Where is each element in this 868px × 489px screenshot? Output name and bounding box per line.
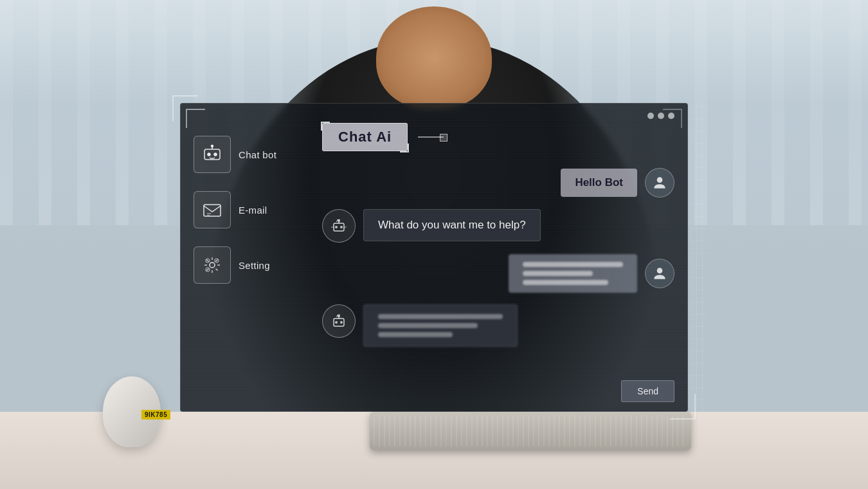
svg-point-23 xyxy=(335,321,338,324)
hello-bot-bubble: Hello Bot xyxy=(561,169,637,197)
chat-ai-box: Chat Ai xyxy=(322,123,408,151)
ai-robot-icon-1: AI xyxy=(322,209,356,243)
ai-icon-2: AI xyxy=(329,311,349,331)
sidebar-item-email[interactable]: E-mail xyxy=(194,191,309,228)
window-controls xyxy=(647,113,674,119)
typing-line-3 xyxy=(523,280,608,285)
chat-header: Chat Ai xyxy=(322,123,674,151)
dot-1 xyxy=(647,113,654,119)
setting-icon-box xyxy=(194,246,231,284)
user-icon-2 xyxy=(651,265,668,282)
svg-point-12 xyxy=(657,177,663,183)
svg-point-15 xyxy=(340,226,343,228)
svg-point-2 xyxy=(214,153,217,156)
bot-line-1 xyxy=(378,314,503,319)
person-head xyxy=(376,6,492,109)
svg-point-8 xyxy=(210,263,215,268)
holo-ui: Chat bot E-mail xyxy=(180,103,688,412)
bot-line-2 xyxy=(378,323,478,328)
chatbot-icon xyxy=(202,144,222,165)
email-icon-box xyxy=(194,191,231,228)
dot-3 xyxy=(668,113,674,119)
header-connector xyxy=(418,136,444,138)
svg-point-21 xyxy=(657,268,663,273)
sidebar: Chat bot E-mail xyxy=(194,136,309,284)
grid-right-decoration xyxy=(691,103,707,412)
bracket-top-left xyxy=(172,95,198,121)
chatbot-icon-box xyxy=(194,136,231,173)
sidebar-item-chatbot[interactable]: Chat bot xyxy=(194,136,309,173)
svg-rect-0 xyxy=(204,149,220,160)
user-typing-bubble xyxy=(509,254,637,293)
dot-2 xyxy=(658,113,664,119)
user-avatar-1 xyxy=(645,168,674,198)
message-bot-response: AI What do you want me to help? xyxy=(322,209,674,243)
bot-line-3 xyxy=(378,332,453,337)
setting-label: Setting xyxy=(239,260,270,271)
svg-rect-5 xyxy=(204,205,221,216)
bracket-bottom-right xyxy=(670,394,696,420)
message-hello-bot: Hello Bot xyxy=(322,168,674,198)
svg-point-14 xyxy=(335,226,338,228)
watermark: 9IK785 xyxy=(141,410,170,420)
chat-area: Hello Bot xyxy=(322,168,674,373)
typing-line-2 xyxy=(523,271,593,276)
message-bot-typing: AI xyxy=(322,304,674,347)
chatbot-label: Chat bot xyxy=(239,149,276,160)
user-avatar-2 xyxy=(645,259,674,288)
chat-ai-title: Chat Ai xyxy=(338,129,392,145)
keyboard xyxy=(370,412,691,450)
email-icon xyxy=(202,199,222,220)
setting-icon xyxy=(202,255,222,275)
ai-icon: AI xyxy=(329,216,349,236)
svg-point-1 xyxy=(208,153,210,156)
user-icon xyxy=(651,174,668,191)
email-label: E-mail xyxy=(239,205,267,216)
bot-typing-bubble xyxy=(363,304,518,347)
typing-line-1 xyxy=(523,262,623,267)
ai-robot-icon-2: AI xyxy=(322,304,356,338)
svg-point-4 xyxy=(212,145,213,147)
main-panel: Chat bot E-mail xyxy=(180,103,688,412)
message-user-typing xyxy=(322,254,674,293)
bot-response-bubble: What do you want me to help? xyxy=(363,209,541,241)
send-button[interactable]: Send xyxy=(621,380,674,402)
svg-text:AI: AI xyxy=(336,219,340,223)
svg-point-24 xyxy=(340,321,343,324)
sidebar-item-setting[interactable]: Setting xyxy=(194,246,309,284)
svg-text:AI: AI xyxy=(336,314,340,318)
